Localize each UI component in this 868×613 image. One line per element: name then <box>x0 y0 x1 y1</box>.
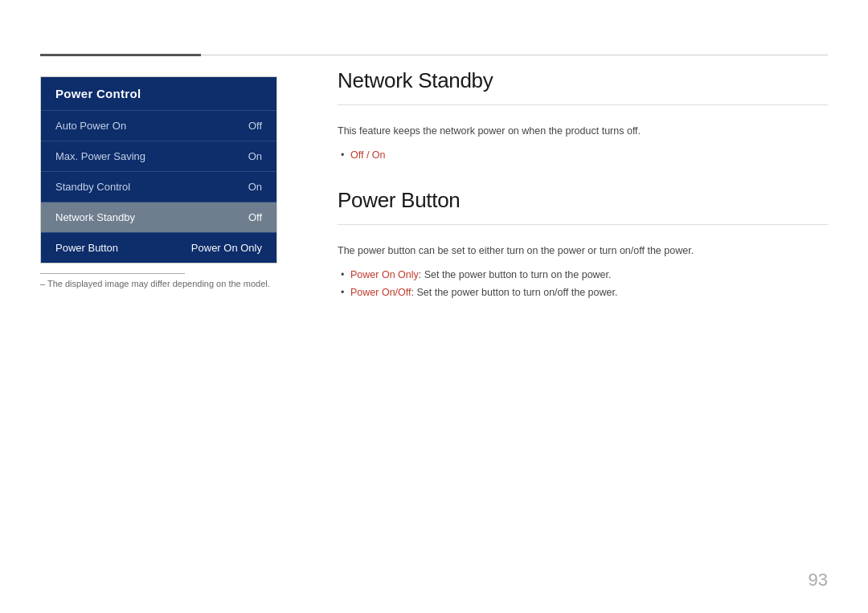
menu-item-network-standby[interactable]: Network Standby Off <box>41 202 276 232</box>
page-number: 93 <box>809 570 828 591</box>
power-button-description: The power button can be set to either tu… <box>338 243 828 259</box>
section-divider-1 <box>338 104 828 105</box>
left-panel: Power Control Auto Power On Off Max. Pow… <box>40 76 277 264</box>
power-on-off-rest: : Set the power button to turn on/off th… <box>411 287 618 298</box>
menu-item-standby-control[interactable]: Standby Control On <box>41 171 276 202</box>
network-standby-accent-1: Off / On <box>350 149 386 161</box>
power-button-label: Power Button <box>55 242 118 254</box>
top-accent-line <box>40 54 201 56</box>
standby-control-label: Standby Control <box>55 181 130 193</box>
footnote: – The displayed image may differ dependi… <box>40 273 270 288</box>
max-power-saving-label: Max. Power Saving <box>55 150 145 162</box>
network-standby-bullets: Off / On <box>338 147 828 164</box>
menu-item-power-button[interactable]: Power Button Power On Only <box>41 232 276 263</box>
menu-header: Power Control <box>41 77 276 110</box>
section-divider-2 <box>338 224 828 225</box>
footnote-line <box>40 273 185 274</box>
power-button-bullets: Power On Only: Set the power button to t… <box>338 267 828 301</box>
standby-control-value: On <box>248 181 262 193</box>
right-panel: Network Standby This feature keeps the n… <box>338 68 828 325</box>
power-button-bullet-1: Power On Only: Set the power button to t… <box>338 267 828 284</box>
power-button-section: Power Button The power button can be set… <box>338 188 828 301</box>
footnote-text: – The displayed image may differ dependi… <box>40 279 270 288</box>
power-button-title: Power Button <box>338 188 828 213</box>
network-standby-title: Network Standby <box>338 68 828 93</box>
network-standby-description: This feature keeps the network power on … <box>338 123 828 139</box>
power-control-menu: Power Control Auto Power On Off Max. Pow… <box>40 76 277 264</box>
network-standby-label: Network Standby <box>55 211 135 223</box>
network-standby-section: Network Standby This feature keeps the n… <box>338 68 828 164</box>
power-button-bullet-2: Power On/Off: Set the power button to tu… <box>338 284 828 301</box>
max-power-saving-value: On <box>248 150 262 162</box>
network-standby-bullet-1: Off / On <box>338 147 828 164</box>
power-on-only-rest: : Set the power button to turn on the po… <box>419 269 612 280</box>
power-on-only-accent: Power On Only <box>350 269 419 280</box>
auto-power-on-label: Auto Power On <box>55 120 126 132</box>
menu-item-max-power-saving[interactable]: Max. Power Saving On <box>41 141 276 171</box>
network-standby-value: Off <box>248 211 262 223</box>
menu-item-auto-power-on[interactable]: Auto Power On Off <box>41 110 276 141</box>
power-button-value: Power On Only <box>191 242 262 254</box>
power-on-off-accent: Power On/Off <box>350 287 411 298</box>
auto-power-on-value: Off <box>248 120 262 132</box>
